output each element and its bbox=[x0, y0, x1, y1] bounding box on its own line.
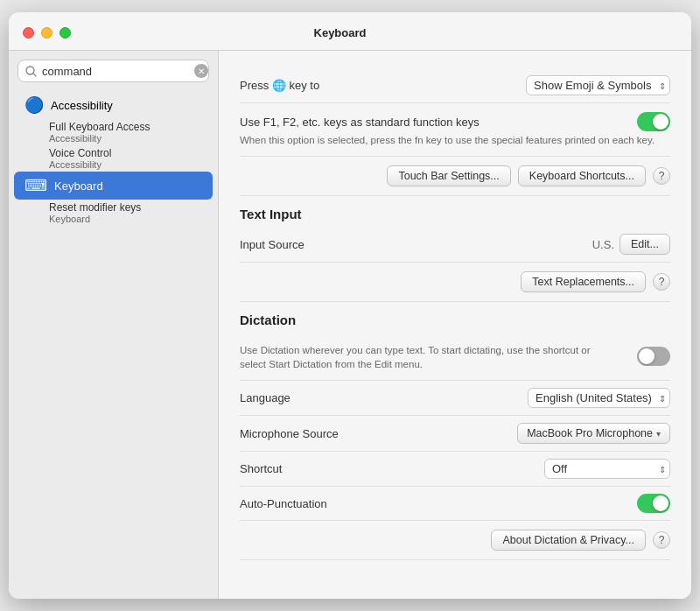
window-title: Keyboard bbox=[9, 26, 677, 39]
microphone-dropdown-arrow: ▾ bbox=[656, 429, 661, 439]
main-content: Press 🌐 key to Show Emoji & Symbols Star… bbox=[219, 51, 691, 599]
language-row: Language English (United States) bbox=[240, 381, 670, 416]
microphone-label: Microphone Source bbox=[240, 427, 339, 440]
microphone-dropdown[interactable]: MacBook Pro Microphone ▾ bbox=[517, 423, 670, 444]
microphone-value: MacBook Pro Microphone bbox=[527, 427, 653, 439]
svg-line-1 bbox=[33, 74, 36, 76]
keyboard-icon: ⌨ bbox=[24, 176, 47, 195]
voice-control-category: Accessibility bbox=[49, 159, 202, 170]
language-label: Language bbox=[240, 391, 290, 404]
shortcut-row: Shortcut Off Press fn fn Press Fn (Globe… bbox=[240, 452, 670, 487]
about-dictation-button[interactable]: About Dictation & Privacy... bbox=[491, 530, 646, 551]
press-key-select[interactable]: Show Emoji & Symbols Start Dictation Cha… bbox=[526, 75, 670, 95]
sidebar-sub-reset-modifier[interactable]: Reset modifier keys Keyboard bbox=[14, 200, 213, 226]
text-input-header: Text Input bbox=[240, 196, 670, 227]
full-keyboard-category: Accessibility bbox=[49, 133, 202, 144]
dictation-description: Use Dictation wherever you can type text… bbox=[240, 343, 607, 371]
content-area: ✕ 🔵 Accessibility Full Keyboard Access A… bbox=[9, 51, 691, 599]
keyboard-shortcuts-button[interactable]: Keyboard Shortcuts... bbox=[518, 165, 646, 186]
sidebar-label-accessibility: Accessibility bbox=[51, 99, 113, 112]
function-keys-section: Use F1, F2, etc. keys as standard functi… bbox=[240, 103, 670, 157]
auto-punctuation-label: Auto-Punctuation bbox=[240, 497, 327, 510]
press-key-label: Press 🌐 key to bbox=[240, 79, 319, 92]
language-select-wrapper: English (United States) bbox=[528, 388, 670, 408]
sidebar: ✕ 🔵 Accessibility Full Keyboard Access A… bbox=[9, 51, 219, 599]
accessibility-icon: 🔵 bbox=[24, 95, 44, 115]
reset-modifier-category: Keyboard bbox=[49, 214, 202, 224]
text-input-help-button[interactable]: ? bbox=[653, 273, 670, 291]
dictation-toggle-row: Use Dictation wherever you can type text… bbox=[240, 341, 670, 371]
sidebar-item-accessibility[interactable]: 🔵 Accessibility bbox=[14, 91, 213, 119]
search-clear-button[interactable]: ✕ bbox=[194, 64, 208, 78]
microphone-row: Microphone Source MacBook Pro Microphone… bbox=[240, 416, 670, 452]
function-keys-description: When this option is selected, press the … bbox=[240, 133, 670, 147]
language-select[interactable]: English (United States) bbox=[528, 388, 670, 408]
touch-bar-settings-button[interactable]: Touch Bar Settings... bbox=[387, 165, 510, 186]
sidebar-sub-voice-control[interactable]: Voice Control Accessibility bbox=[14, 145, 213, 172]
function-keys-toggle[interactable] bbox=[637, 112, 670, 131]
input-source-row: Input Source U.S. Edit... bbox=[240, 227, 670, 263]
search-bar: ✕ bbox=[18, 60, 209, 82]
press-key-row: Press 🌐 key to Show Emoji & Symbols Star… bbox=[240, 68, 670, 103]
keyboard-help-button[interactable]: ? bbox=[653, 167, 670, 185]
dictation-header: Dictation bbox=[240, 302, 670, 333]
shortcut-label: Shortcut bbox=[240, 462, 282, 475]
function-keys-header: Use F1, F2, etc. keys as standard functi… bbox=[240, 112, 670, 131]
sidebar-item-keyboard[interactable]: ⌨ Keyboard bbox=[14, 172, 213, 200]
function-keys-title: Use F1, F2, etc. keys as standard functi… bbox=[240, 116, 480, 129]
press-key-select-wrapper: Show Emoji & Symbols Start Dictation Cha… bbox=[526, 75, 670, 95]
microphone-control: MacBook Pro Microphone ▾ bbox=[517, 423, 670, 444]
shortcut-select[interactable]: Off Press fn fn Press Fn (Globe) fn bbox=[544, 459, 670, 479]
input-source-control: U.S. Edit... bbox=[592, 234, 670, 255]
reset-modifier-label: Reset modifier keys bbox=[49, 201, 202, 214]
globe-icon: 🌐 bbox=[272, 79, 286, 92]
search-icon bbox=[25, 66, 37, 77]
dictation-help-button[interactable]: ? bbox=[653, 531, 670, 549]
search-input[interactable] bbox=[42, 65, 189, 78]
auto-punctuation-toggle[interactable] bbox=[637, 494, 670, 513]
sidebar-label-keyboard: Keyboard bbox=[54, 179, 103, 193]
input-source-value: U.S. bbox=[592, 238, 614, 251]
sidebar-sub-full-keyboard[interactable]: Full Keyboard Access Accessibility bbox=[14, 119, 213, 145]
text-replacements-button[interactable]: Text Replacements... bbox=[521, 271, 646, 292]
text-replacements-row: Text Replacements... ? bbox=[240, 263, 670, 302]
about-dictation-row: About Dictation & Privacy... ? bbox=[240, 521, 670, 560]
dictation-toggle[interactable] bbox=[637, 347, 670, 366]
input-source-label: Input Source bbox=[240, 238, 304, 251]
title-bar: Keyboard bbox=[9, 12, 691, 51]
edit-button[interactable]: Edit... bbox=[620, 234, 670, 255]
dictation-section: Use Dictation wherever you can type text… bbox=[240, 333, 670, 381]
keyboard-buttons-row: Touch Bar Settings... Keyboard Shortcuts… bbox=[240, 157, 670, 196]
full-keyboard-label: Full Keyboard Access bbox=[49, 121, 202, 133]
voice-control-label: Voice Control bbox=[49, 147, 202, 159]
auto-punctuation-row: Auto-Punctuation bbox=[240, 487, 670, 521]
shortcut-select-wrapper: Off Press fn fn Press Fn (Globe) fn bbox=[544, 459, 670, 479]
main-window: Keyboard ✕ 🔵 Accessibility Full Keyboard… bbox=[9, 12, 691, 599]
